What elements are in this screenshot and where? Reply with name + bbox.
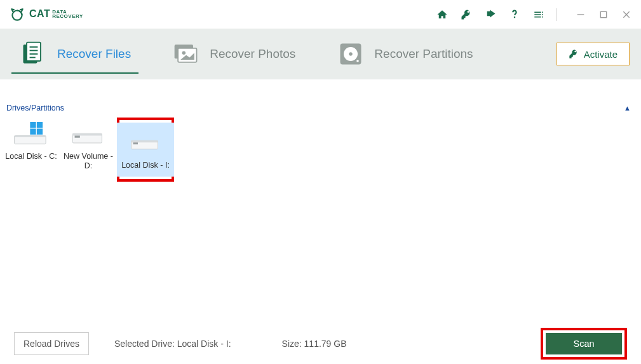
key-icon[interactable] (460, 8, 473, 21)
drive-windows-icon (8, 120, 54, 148)
close-icon[interactable] (621, 9, 632, 20)
svg-point-14 (182, 51, 186, 55)
collapse-section-icon[interactable]: ▲ (624, 104, 635, 112)
tab-label: Recover Files (57, 47, 131, 61)
tab-label: Recover Partitions (374, 47, 473, 61)
svg-point-2 (542, 14, 543, 15)
drives-section-header: Drives/Partitions ▲ (0, 97, 641, 115)
recover-photos-icon (172, 39, 201, 69)
minimize-icon[interactable] (575, 9, 586, 20)
brand-name: CAT (29, 10, 50, 18)
svg-rect-4 (577, 14, 584, 15)
svg-rect-29 (133, 142, 138, 144)
key-icon (569, 49, 579, 59)
svg-point-18 (357, 60, 360, 62)
drive-item-c[interactable]: Local Disk - C: (3, 118, 60, 182)
maximize-icon[interactable] (598, 9, 609, 20)
drive-label: Local Disk - C: (5, 152, 57, 161)
menu-icon[interactable] (532, 8, 545, 21)
tab-recover-photos[interactable]: Recover Photos (164, 34, 303, 74)
selected-drive-text: Selected Drive: Local Disk - I: (114, 339, 231, 349)
tab-recover-files[interactable]: Recover Files (11, 34, 138, 74)
recover-partitions-icon (336, 39, 365, 69)
svg-rect-7 (27, 43, 41, 61)
activate-label: Activate (584, 49, 617, 60)
drive-disk-icon (65, 120, 111, 148)
svg-point-3 (542, 16, 543, 17)
section-label: Drives/Partitions (6, 104, 64, 112)
svg-rect-25 (72, 133, 102, 135)
svg-rect-20 (15, 135, 46, 137)
brand: CAT DATA RECOVERY (9, 6, 83, 23)
size-text: Size: 111.79 GB (282, 339, 347, 349)
titlebar-divider (557, 8, 557, 21)
drive-label: Local Disk - I: (121, 161, 170, 170)
svg-rect-26 (75, 135, 80, 137)
share-icon[interactable] (484, 8, 497, 21)
help-icon[interactable] (508, 8, 521, 21)
svg-rect-28 (132, 140, 158, 142)
recover-files-icon (19, 39, 48, 69)
scan-button[interactable]: Scan (546, 333, 622, 354)
svg-point-1 (542, 11, 543, 13)
tab-recover-partitions[interactable]: Recover Partitions (328, 34, 480, 74)
footer: Reload Drives Selected Drive: Local Disk… (0, 323, 641, 364)
activate-button[interactable]: Activate (557, 43, 630, 65)
titlebar: CAT DATA RECOVERY (0, 0, 641, 29)
home-icon[interactable] (436, 8, 449, 21)
svg-point-17 (349, 52, 353, 56)
drive-item-i[interactable]: Local Disk - I: (117, 118, 174, 182)
scan-highlight: Scan (541, 328, 627, 360)
svg-rect-5 (600, 11, 606, 17)
drive-disk-icon (117, 123, 174, 159)
reload-drives-button[interactable]: Reload Drives (14, 332, 89, 355)
drive-item-d[interactable]: New Volume - D: (60, 118, 117, 182)
brand-sub2: RECOVERY (52, 14, 83, 18)
drives-list: Local Disk - C: New Volume - D: Local Di… (0, 115, 641, 184)
brand-logo-icon (9, 6, 25, 23)
toolbar: Recover Files Recover Photos Recover Par… (0, 29, 641, 79)
tab-label: Recover Photos (210, 47, 295, 61)
drive-label: New Volume - D: (60, 152, 117, 171)
